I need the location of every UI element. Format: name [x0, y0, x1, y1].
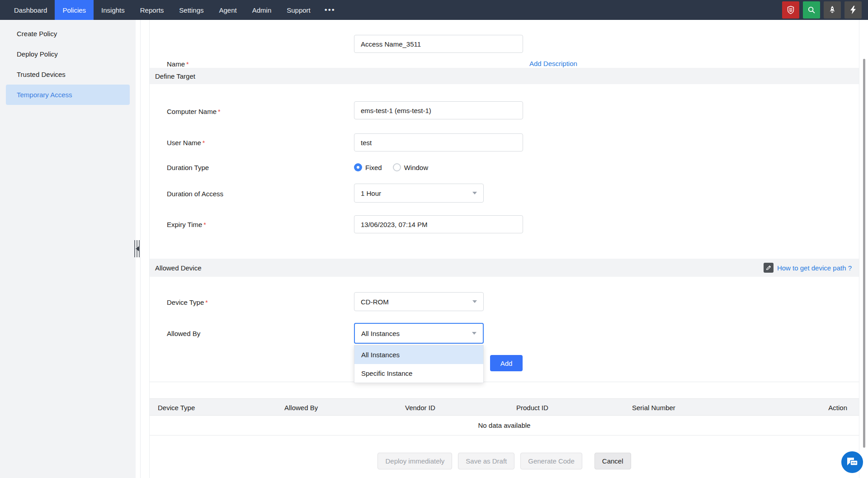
duration-of-access-label: Duration of Access [167, 189, 223, 199]
required-marker: * [218, 108, 220, 115]
allowed-by-label: Allowed By [167, 329, 200, 338]
radio-window[interactable]: Window [393, 163, 428, 171]
generate-code-button: Generate Code [520, 453, 582, 469]
sidebar-item-trusted-devices[interactable]: Trusted Devices [0, 64, 136, 85]
sidebar-item-deploy-policy[interactable]: Deploy Policy [0, 44, 136, 64]
required-marker: * [203, 139, 205, 147]
expiry-time-label: Expiry Time* [167, 220, 206, 229]
vertical-scrollbar[interactable] [863, 59, 865, 448]
define-target-section-header: Define Target [150, 68, 859, 84]
define-target-title: Define Target [155, 72, 195, 80]
expiry-time-input[interactable] [354, 215, 523, 233]
radio-unselected-icon [393, 163, 401, 171]
form-actions: Deploy immediately Save as Draft Generat… [150, 453, 859, 469]
save-as-draft-button: Save as Draft [458, 453, 514, 469]
radio-selected-icon [354, 163, 362, 171]
allowed-by-options-menu: All Instances Specific Instance [354, 345, 484, 383]
nav-more-menu[interactable]: ••• [318, 0, 342, 20]
top-nav: Dashboard Policies Insights Reports Sett… [0, 0, 868, 20]
duration-type-label: Duration Type [167, 163, 209, 172]
col-action: Action [828, 399, 847, 416]
duration-of-access-dropdown[interactable]: 1 Hour [354, 184, 484, 203]
allowed-by-dropdown[interactable]: All Instances [354, 323, 484, 344]
lightning-icon [848, 5, 858, 15]
sidebar-collapse-handle[interactable] [134, 240, 141, 257]
cancel-button[interactable]: Cancel [594, 453, 631, 469]
shield-icon [786, 5, 796, 15]
add-description-link[interactable]: Add Description [529, 60, 577, 67]
nav-item-reports[interactable]: Reports [132, 0, 172, 20]
section-divider [150, 382, 859, 382]
computer-name-label: Computer Name* [167, 107, 221, 116]
nav-item-admin[interactable]: Admin [245, 0, 279, 20]
radio-fixed-label: Fixed [365, 164, 382, 171]
sidebar-item-create-policy[interactable]: Create Policy [0, 24, 136, 44]
name-label: Name* [167, 60, 189, 69]
name-input[interactable] [354, 35, 523, 53]
col-serial-number: Serial Number [632, 399, 675, 416]
add-button[interactable]: Add [490, 355, 523, 371]
duration-of-access-value: 1 Hour [361, 189, 381, 197]
required-marker: * [186, 61, 189, 68]
nav-item-insights[interactable]: Insights [94, 0, 132, 20]
col-allowed-by: Allowed By [284, 399, 318, 416]
nav-menu: Dashboard Policies Insights Reports Sett… [6, 0, 342, 20]
sidebar: Create Policy Deploy Policy Trusted Devi… [0, 20, 136, 478]
device-type-value: CD-ROM [361, 298, 389, 306]
nav-item-support[interactable]: Support [279, 0, 318, 20]
option-all-instances[interactable]: All Instances [354, 345, 483, 364]
quick-actions-button[interactable] [844, 1, 862, 19]
user-name-label: User Name* [167, 138, 205, 147]
duration-type-radio-group: Fixed Window [354, 163, 428, 171]
allowed-device-section-header: Allowed Device How to get device path ? [150, 259, 859, 277]
search-button[interactable] [803, 1, 820, 19]
nav-icon-buttons [782, 1, 862, 19]
option-specific-instance[interactable]: Specific Instance [354, 364, 483, 383]
collapse-left-icon [136, 246, 139, 251]
allowed-devices-table-header: Device Type Allowed By Vendor ID Product… [150, 398, 859, 416]
rocket-icon [827, 5, 837, 15]
rocket-button[interactable] [824, 1, 841, 19]
col-product-id: Product ID [516, 399, 548, 416]
device-type-label: Device Type* [167, 298, 208, 307]
nav-item-settings[interactable]: Settings [171, 0, 211, 20]
edit-note-icon [764, 263, 774, 273]
allowed-device-title: Allowed Device [155, 264, 202, 272]
table-empty-row: No data available [150, 416, 859, 435]
nav-item-dashboard[interactable]: Dashboard [6, 0, 55, 20]
chat-bubbles-icon [841, 451, 863, 473]
no-data-text: No data available [478, 421, 531, 429]
shield-security-button[interactable] [782, 1, 799, 19]
chevron-down-icon [472, 192, 477, 194]
required-marker: * [203, 221, 206, 228]
app-window: Dashboard Policies Insights Reports Sett… [0, 0, 868, 478]
required-marker: * [205, 299, 208, 306]
user-name-input[interactable] [354, 133, 523, 151]
sidebar-item-temporary-access[interactable]: Temporary Access [6, 85, 130, 105]
computer-name-input[interactable] [354, 101, 523, 119]
allowed-by-value: All Instances [361, 330, 400, 337]
radio-fixed[interactable]: Fixed [354, 163, 382, 171]
temporary-access-form: Name* Add Description Define Target Comp… [149, 20, 859, 478]
chevron-down-icon [472, 332, 476, 335]
search-icon [807, 5, 816, 15]
nav-item-policies[interactable]: Policies [55, 0, 94, 20]
deploy-immediately-button: Deploy immediately [377, 453, 452, 469]
chat-support-button[interactable] [841, 451, 863, 473]
col-device-type: Device Type [158, 399, 195, 416]
col-vendor-id: Vendor ID [405, 399, 435, 416]
radio-window-label: Window [404, 164, 428, 171]
device-type-dropdown[interactable]: CD-ROM [354, 292, 484, 311]
nav-item-agent[interactable]: Agent [212, 0, 245, 20]
chevron-down-icon [472, 300, 477, 303]
device-path-help-link[interactable]: How to get device path ? [777, 264, 852, 272]
